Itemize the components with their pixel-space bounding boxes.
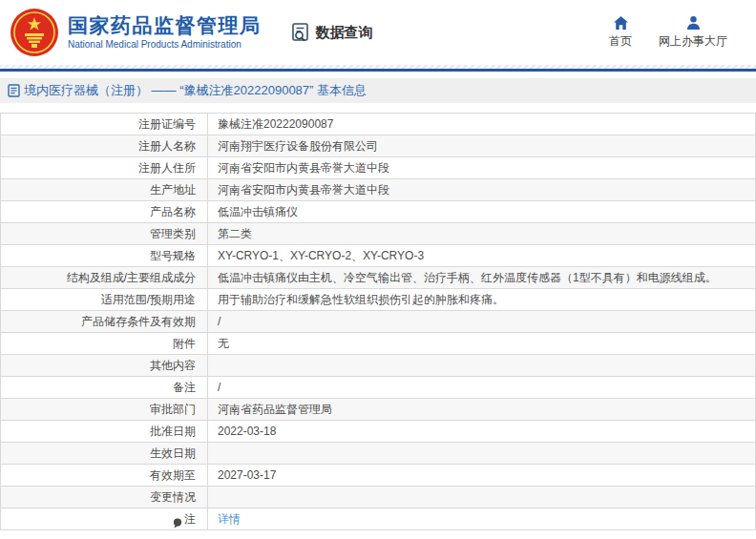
table-row: 产品储存条件及有效期/ bbox=[1, 311, 755, 333]
row-value bbox=[208, 355, 755, 376]
data-query-link[interactable]: 数据查询 bbox=[290, 22, 373, 43]
row-label: 生效日期 bbox=[1, 443, 208, 464]
row-label: 管理类别 bbox=[1, 223, 208, 244]
row-label: 生产地址 bbox=[1, 179, 208, 200]
row-value: 河南省安阳市内黄县帝誉大道中段 bbox=[208, 179, 755, 200]
row-label: 附件 bbox=[1, 333, 208, 354]
row-value bbox=[208, 487, 755, 508]
table-row: 其他内容 bbox=[1, 355, 755, 377]
row-label-text: 批准日期 bbox=[150, 421, 196, 442]
table-row: 有效期至2027-03-17 bbox=[1, 465, 755, 487]
row-label-text: 管理类别 bbox=[150, 223, 196, 244]
breadcrumb-text: 境内医疗器械（注册） —— “豫械注准20222090087” 基本信息 bbox=[24, 82, 367, 99]
row-label-text: 产品储存条件及有效期 bbox=[81, 311, 196, 332]
row-label-text: 生产地址 bbox=[150, 179, 196, 200]
table-row: 变更情况 bbox=[1, 487, 755, 508]
row-value: 第二类 bbox=[208, 223, 755, 244]
row-label: 产品名称 bbox=[1, 201, 208, 222]
row-label: 注册人名称 bbox=[1, 135, 208, 156]
org-name-cn: 国家药品监督管理局 bbox=[68, 13, 262, 38]
table-row: 生效日期 bbox=[1, 443, 755, 465]
table-row: 型号规格XY-CRYO-1、XY-CRYO-2、XY-CRYO-3 bbox=[1, 245, 755, 267]
row-value: 2022-03-18 bbox=[208, 421, 755, 442]
row-value: 2027-03-17 bbox=[208, 465, 755, 486]
row-label: 注册证编号 bbox=[1, 114, 208, 135]
header-blue-line bbox=[0, 69, 756, 72]
row-label-text: 产品名称 bbox=[150, 201, 196, 222]
row-value: 低温冲击镇痛仪 bbox=[208, 201, 755, 222]
nmpa-logo-block[interactable]: 国家药品监督管理局 National Medical Products Admi… bbox=[10, 8, 262, 57]
top-nav: 首页 网上办事大厅 bbox=[609, 15, 727, 50]
row-value: 河南省药品监督管理局 bbox=[208, 399, 755, 420]
org-names: 国家药品监督管理局 National Medical Products Admi… bbox=[68, 13, 262, 52]
home-icon bbox=[613, 15, 629, 31]
table-row: 审批部门河南省药品监督管理局 bbox=[1, 399, 755, 421]
table-row: 注详情 bbox=[1, 508, 755, 530]
row-value bbox=[208, 443, 755, 464]
table-row: 管理类别第二类 bbox=[1, 223, 755, 245]
row-label-text: 备注 bbox=[173, 377, 196, 398]
row-label: 型号规格 bbox=[1, 245, 208, 266]
row-label: 有效期至 bbox=[1, 465, 208, 486]
row-label: 其他内容 bbox=[1, 355, 208, 376]
table-row: 产品名称低温冲击镇痛仪 bbox=[1, 201, 755, 223]
row-value: 豫械注准20222090087 bbox=[208, 114, 755, 135]
nav-home-label: 首页 bbox=[609, 33, 632, 50]
row-label-text: 注 bbox=[184, 508, 196, 529]
row-label-text: 结构及组成/主要组成成分 bbox=[67, 267, 196, 288]
table-row: 注册证编号豫械注准20222090087 bbox=[1, 114, 755, 135]
nav-home[interactable]: 首页 bbox=[609, 15, 632, 50]
row-value: / bbox=[208, 377, 755, 398]
table-row: 注册人名称河南翔宇医疗设备股份有限公司 bbox=[1, 135, 755, 157]
row-label-text: 其他内容 bbox=[150, 355, 196, 376]
row-label-text: 适用范围/预期用途 bbox=[101, 289, 196, 310]
row-label-text: 变更情况 bbox=[150, 487, 196, 508]
org-name-en: National Medical Products Administration bbox=[68, 38, 262, 52]
page: 国家药品监督管理局 National Medical Products Admi… bbox=[0, 0, 756, 539]
table-row: 适用范围/预期用途用于辅助治疗和缓解急性软组织损伤引起的肿胀和疼痛。 bbox=[1, 289, 755, 311]
row-label: 审批部门 bbox=[1, 399, 208, 420]
row-label: 备注 bbox=[1, 377, 208, 398]
site-header: 国家药品监督管理局 National Medical Products Admi… bbox=[0, 0, 756, 65]
data-query-label: 数据查询 bbox=[316, 24, 373, 42]
row-label: 注 bbox=[1, 508, 208, 529]
table-row: 结构及组成/主要组成成分低温冲击镇痛仪由主机、冷空气输出管、治疗手柄、红外温度传… bbox=[1, 267, 755, 289]
detail-link[interactable]: 详情 bbox=[218, 512, 241, 526]
table-row: 生产地址河南省安阳市内黄县帝誉大道中段 bbox=[1, 179, 755, 201]
row-label-text: 生效日期 bbox=[150, 443, 196, 464]
document-icon bbox=[8, 84, 20, 97]
row-label-text: 注册人名称 bbox=[138, 135, 196, 156]
row-label: 适用范围/预期用途 bbox=[1, 289, 208, 310]
row-value: XY-CRYO-1、XY-CRYO-2、XY-CRYO-3 bbox=[208, 245, 755, 266]
row-label: 变更情况 bbox=[1, 487, 208, 508]
registration-info-table: 注册证编号豫械注准20222090087注册人名称河南翔宇医疗设备股份有限公司注… bbox=[0, 113, 756, 530]
row-label-text: 有效期至 bbox=[150, 465, 196, 486]
row-label: 批准日期 bbox=[1, 421, 208, 442]
table-row: 批准日期2022-03-18 bbox=[1, 421, 755, 443]
breadcrumb: 境内医疗器械（注册） —— “豫械注准20222090087” 基本信息 bbox=[0, 78, 756, 103]
row-value: 无 bbox=[208, 333, 755, 354]
row-label-text: 型号规格 bbox=[150, 245, 196, 266]
row-label-text: 审批部门 bbox=[150, 399, 196, 420]
table-row: 注册人住所河南省安阳市内黄县帝誉大道中段 bbox=[1, 157, 755, 179]
row-label: 结构及组成/主要组成成分 bbox=[1, 267, 208, 288]
row-value: 用于辅助治疗和缓解急性软组织损伤引起的肿胀和疼痛。 bbox=[208, 289, 755, 310]
row-label-text: 附件 bbox=[173, 333, 196, 354]
nav-service-hall-label: 网上办事大厅 bbox=[659, 33, 727, 50]
national-emblem-icon bbox=[10, 8, 59, 57]
row-value: 河南翔宇医疗设备股份有限公司 bbox=[208, 135, 755, 156]
row-label: 注册人住所 bbox=[1, 157, 208, 178]
row-label-text: 注册证编号 bbox=[138, 114, 196, 135]
row-value: 低温冲击镇痛仪由主机、冷空气输出管、治疗手柄、红外温度传感器（1型不具有）和电源… bbox=[208, 267, 755, 288]
row-value: / bbox=[208, 311, 755, 332]
row-label-text: 注册人住所 bbox=[138, 157, 196, 178]
row-label: 产品储存条件及有效期 bbox=[1, 311, 208, 332]
person-icon bbox=[685, 15, 702, 31]
nav-service-hall[interactable]: 网上办事大厅 bbox=[659, 15, 727, 50]
table-row: 附件无 bbox=[1, 333, 755, 355]
note-icon bbox=[173, 514, 182, 525]
data-query-icon bbox=[290, 22, 311, 43]
row-value: 河南省安阳市内黄县帝誉大道中段 bbox=[208, 157, 755, 178]
row-value: 详情 bbox=[208, 508, 755, 529]
table-row: 备注/ bbox=[1, 377, 755, 399]
